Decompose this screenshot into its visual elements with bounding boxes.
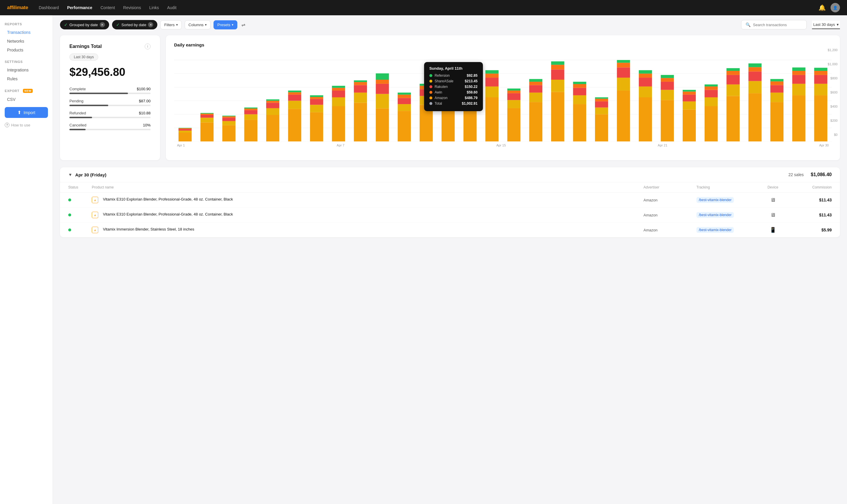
nav-revisions[interactable]: Revisions (123, 5, 141, 10)
y-1000: $1,000 (828, 62, 837, 66)
earnings-info-icon[interactable]: i (145, 43, 150, 49)
svg-rect-35 (288, 92, 302, 95)
desktop-icon-2: 🖥 (770, 212, 776, 218)
chart-card: Daily earnings Sunday, April 11th Refers… (166, 35, 840, 160)
sidebar-item-integrations[interactable]: Integrations (5, 66, 48, 74)
svg-rect-13 (200, 118, 214, 122)
x-label-apr15: Apr 15 (497, 144, 506, 147)
remove-sorted-button[interactable]: ✕ (148, 22, 153, 28)
nav-performance[interactable]: Performance (67, 5, 92, 10)
svg-rect-102 (595, 114, 608, 141)
columns-button[interactable]: Columns ▾ (185, 20, 211, 30)
svg-rect-14 (200, 115, 214, 118)
refunded-value: $10.88 (139, 111, 150, 115)
shareasale-label: ShareASale (435, 79, 463, 83)
svg-rect-114 (639, 78, 652, 87)
earnings-card: Earnings Total i Last 30 days $29,456.80… (60, 35, 160, 160)
search-bar[interactable]: 🔍 (741, 20, 807, 30)
nav-right: 🔔 👤 (818, 3, 840, 12)
svg-rect-7 (179, 132, 192, 141)
date-range-selector[interactable]: Last 30 days ▾ (812, 21, 840, 29)
search-input[interactable] (753, 23, 802, 27)
col-header-device: Device (755, 185, 791, 190)
amazon-brand-icon-2: a (92, 212, 98, 218)
cancelled-bar (69, 129, 86, 130)
svg-rect-117 (661, 100, 674, 141)
sidebar-item-csv[interactable]: CSV (5, 95, 48, 104)
help-icon: ? (5, 123, 10, 127)
upload-icon: ⬆ (17, 110, 21, 115)
sidebar-item-products[interactable]: Products (5, 46, 48, 54)
presets-button[interactable]: Presets ▾ (214, 20, 237, 30)
status-cell-3 (68, 229, 92, 231)
grouped-by-date-tag[interactable]: ✓ Grouped by date ✕ (60, 20, 109, 30)
earnings-title: Earnings Total (69, 44, 102, 49)
svg-rect-60 (398, 95, 411, 98)
svg-rect-42 (332, 106, 345, 141)
svg-rect-47 (354, 103, 367, 141)
svg-rect-21 (222, 115, 236, 116)
pending-value: $87.00 (139, 99, 150, 103)
date-group-sales: 22 sales (789, 172, 804, 177)
svg-rect-142 (770, 102, 783, 141)
tooltip-row-amazon: Amazon $486.79 (429, 96, 477, 100)
collapse-arrow[interactable]: ▼ (68, 172, 72, 177)
svg-rect-79 (485, 78, 499, 87)
svg-rect-93 (551, 80, 564, 92)
svg-rect-33 (288, 101, 302, 109)
status-cell-1 (68, 198, 92, 201)
sidebar-item-rules[interactable]: Rules (5, 75, 48, 83)
user-avatar[interactable]: 👤 (831, 3, 840, 12)
svg-rect-56 (376, 73, 389, 80)
refunded-label: Refunded (69, 111, 86, 115)
status-cell-2 (68, 214, 92, 216)
filters-button[interactable]: Filters ▾ (160, 20, 181, 30)
svg-rect-12 (200, 122, 214, 141)
bell-icon[interactable]: 🔔 (818, 4, 826, 11)
desktop-icon: 🖥 (770, 197, 776, 203)
svg-rect-44 (332, 91, 345, 97)
grouped-by-date-label: Grouped by date (69, 23, 98, 27)
nav-links: Dashboard Performance Content Revisions … (39, 5, 818, 10)
svg-rect-100 (573, 84, 587, 88)
how-to-use-link[interactable]: ? How to use (5, 123, 48, 127)
nav-content[interactable]: Content (101, 5, 115, 10)
svg-rect-152 (814, 95, 827, 141)
svg-rect-80 (485, 73, 499, 78)
svg-rect-46 (332, 86, 345, 88)
col-header-advertiser: Advertiser (644, 185, 697, 190)
svg-rect-132 (726, 96, 740, 141)
sidebar-item-networks[interactable]: Networks (5, 37, 48, 45)
chart-title: Daily earnings (174, 42, 832, 47)
nav-audit[interactable]: Audit (167, 5, 177, 10)
svg-rect-86 (507, 89, 521, 91)
refunded-bar (69, 117, 92, 118)
svg-rect-122 (683, 110, 696, 141)
sorted-by-date-tag[interactable]: ✓ Sorted by date ✕ (112, 20, 158, 30)
svg-rect-15 (200, 113, 214, 115)
svg-rect-9 (179, 129, 192, 130)
nav-links[interactable]: Links (149, 5, 159, 10)
chart-tooltip: Sunday, April 11th Refersion $92.85 Shar… (424, 62, 483, 111)
import-button[interactable]: ⬆ Import (5, 107, 48, 118)
earnings-refunded-row: Refunded $10.88 (69, 111, 150, 118)
expand-icon[interactable]: ⇌ (241, 22, 245, 28)
status-dot-complete-2 (68, 214, 71, 216)
y-400: $400 (828, 105, 837, 108)
sidebar-item-transactions[interactable]: Transactions (5, 28, 48, 36)
svg-rect-34 (288, 95, 302, 101)
earnings-header: Earnings Total i (69, 43, 150, 49)
product-cell-3: a Vitamix Immersion Blender, Stainless S… (92, 227, 644, 233)
total-label: Total (435, 102, 460, 106)
remove-grouped-button[interactable]: ✕ (100, 22, 105, 28)
svg-rect-85 (507, 91, 521, 93)
awin-label: Awin (435, 90, 464, 94)
product-name-3: Vitamix Immersion Blender, Stainless Ste… (103, 227, 194, 232)
svg-rect-50 (354, 82, 367, 85)
advertiser-cell-2: Amazon (644, 213, 697, 217)
nav-dashboard[interactable]: Dashboard (39, 5, 59, 10)
svg-rect-98 (573, 95, 587, 104)
tracking-tag-1: /best-vitamix-blender (697, 197, 734, 203)
svg-rect-52 (376, 108, 389, 141)
logo[interactable]: affilimate (7, 5, 28, 11)
